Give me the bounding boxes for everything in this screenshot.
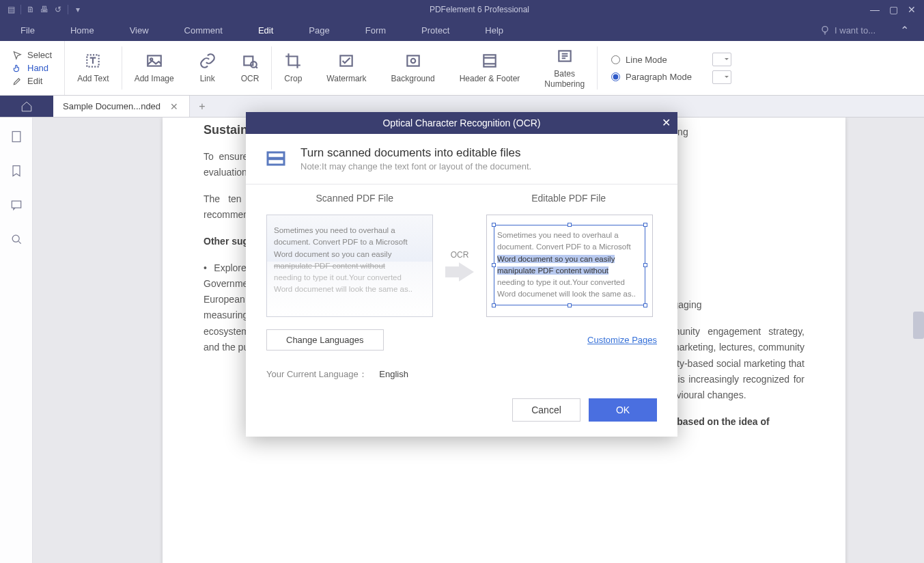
svg-point-13	[12, 235, 19, 242]
bates-numbering-button[interactable]: Bates Numbering	[532, 41, 597, 95]
add-text-button[interactable]: Add Text	[65, 41, 121, 95]
menu-form[interactable]: Form	[348, 21, 404, 40]
selection-tools-group: Select Hand Edit	[0, 41, 65, 95]
text-icon	[84, 52, 102, 70]
menu-bar: File Home View Comment Edit Page Form Pr…	[0, 19, 924, 41]
maximize-button[interactable]: ▢	[889, 4, 898, 15]
background-icon	[404, 52, 422, 70]
svg-point-0	[822, 27, 828, 32]
menu-help[interactable]: Help	[467, 21, 521, 40]
header-footer-icon	[481, 52, 499, 70]
watermark-icon	[337, 52, 355, 70]
dialog-header: Turn scanned documents into editable fil…	[246, 134, 677, 184]
customize-pages-link[interactable]: Customize Pages	[587, 335, 657, 345]
paragraph-mode-radio[interactable]: Paragraph Mode	[611, 72, 692, 82]
hand-icon	[12, 64, 22, 73]
align-option-2[interactable]	[712, 70, 731, 84]
add-image-button[interactable]: Add Image	[122, 41, 186, 95]
title-bar: ▤ 🗎 🖶 ↺ ▾ PDFelement 6 Professional — ▢ …	[0, 0, 924, 19]
add-tab-button[interactable]: +	[190, 96, 214, 117]
undo-icon[interactable]: ↺	[53, 4, 64, 15]
dialog-note: Note:It may change the text font or layo…	[300, 161, 531, 171]
select-tool[interactable]: Select	[12, 50, 52, 60]
qat-dropdown-icon[interactable]: ▾	[72, 4, 83, 15]
dialog-buttons: Cancel OK	[246, 392, 677, 437]
document-tab-label: Sample Documen...nded	[63, 101, 160, 111]
menu-edit[interactable]: Edit	[240, 21, 291, 40]
window-controls: — ▢ ✕	[870, 4, 924, 15]
edit-mode-group: Line Mode Paragraph Mode	[598, 41, 705, 95]
i-want-to-search[interactable]: I want to...	[820, 25, 888, 36]
document-tab[interactable]: Sample Documen...nded ✕	[53, 96, 190, 117]
bates-icon	[556, 47, 574, 65]
header-footer-button[interactable]: Header & Footer	[447, 41, 533, 95]
preview-thumbs: Sometimes you need to overhaul a documen…	[246, 215, 677, 329]
scrollbar-thumb[interactable]	[913, 312, 924, 339]
pencil-icon	[12, 77, 22, 86]
image-icon	[145, 52, 163, 70]
svg-rect-9	[484, 55, 495, 67]
link-icon	[199, 52, 216, 70]
svg-rect-12	[12, 201, 20, 208]
minimize-button[interactable]: —	[870, 4, 880, 15]
hand-tool[interactable]: Hand	[12, 63, 52, 73]
ok-button[interactable]: OK	[589, 398, 657, 422]
dialog-close-icon[interactable]: ✕	[662, 116, 671, 129]
lightbulb-icon	[820, 25, 830, 36]
ocr-dialog: Optical Character Recognition (OCR) ✕ Tu…	[246, 112, 677, 437]
svg-point-8	[410, 59, 415, 64]
ocr-button[interactable]: OCR	[229, 41, 272, 95]
link-button[interactable]: Link	[186, 41, 229, 95]
scanned-thumb: Sometimes you need to overhaul a documen…	[266, 215, 433, 317]
ocr-arrow: OCR	[445, 250, 474, 282]
language-row: Change Languages Customize Pages Your Cu…	[246, 329, 677, 392]
dialog-heading: Turn scanned documents into editable fil…	[300, 146, 531, 160]
dialog-titlebar[interactable]: Optical Character Recognition (OCR) ✕	[246, 112, 677, 134]
menu-comment[interactable]: Comment	[167, 21, 240, 40]
home-tab[interactable]	[0, 96, 53, 117]
editable-thumb: Sometimes you need to overhaul a documen…	[486, 215, 653, 317]
change-languages-button[interactable]: Change Languages	[266, 329, 384, 351]
scanned-label: Scanned PDF File	[271, 193, 438, 204]
quick-access-toolbar: ▤ 🗎 🖶 ↺ ▾	[0, 4, 89, 15]
svg-rect-7	[407, 56, 419, 66]
svg-rect-11	[12, 132, 20, 142]
app-title: PDFelement 6 Professional	[89, 5, 870, 14]
current-language-label: Your Current Language： English	[266, 368, 408, 381]
cancel-button[interactable]: Cancel	[512, 398, 580, 422]
svg-rect-4	[244, 57, 253, 66]
save-icon[interactable]: 🗎	[25, 4, 36, 15]
align-extras	[705, 41, 731, 95]
home-icon	[20, 100, 33, 113]
edit-tool[interactable]: Edit	[12, 76, 52, 86]
watermark-button[interactable]: Watermark	[314, 41, 378, 95]
search-icon[interactable]	[10, 232, 23, 246]
editable-label: Editable PDF File	[486, 193, 652, 204]
menu-file[interactable]: File	[3, 21, 53, 40]
menu-page[interactable]: Page	[291, 21, 347, 40]
app-menu-icon[interactable]: ▤	[5, 4, 16, 15]
crop-button[interactable]: Crop	[272, 41, 314, 95]
ribbon: Select Hand Edit Add Text Add Image Link…	[0, 41, 924, 96]
scanner-icon	[264, 146, 288, 171]
comments-icon[interactable]	[10, 198, 23, 212]
close-tab-icon[interactable]: ✕	[170, 101, 178, 112]
line-mode-radio[interactable]: Line Mode	[611, 55, 692, 65]
menu-view[interactable]: View	[112, 21, 167, 40]
menu-home[interactable]: Home	[53, 21, 112, 40]
thumbnails-icon[interactable]	[10, 130, 23, 143]
crop-icon	[284, 52, 302, 70]
ocr-icon	[241, 52, 259, 70]
close-button[interactable]: ✕	[908, 4, 916, 15]
current-language-value: English	[379, 369, 408, 379]
background-button[interactable]: Background	[379, 41, 447, 95]
preview-labels: Scanned PDF File Editable PDF File	[246, 184, 677, 215]
bookmarks-icon[interactable]	[10, 164, 23, 178]
menu-protect[interactable]: Protect	[404, 21, 467, 40]
print-icon[interactable]: 🖶	[39, 4, 50, 15]
cursor-icon	[12, 51, 22, 60]
align-option-1[interactable]	[712, 53, 731, 66]
collapse-ribbon-icon[interactable]: ⌃	[888, 20, 921, 41]
dialog-title: Optical Character Recognition (OCR)	[382, 118, 540, 128]
left-sidebar	[0, 118, 33, 563]
